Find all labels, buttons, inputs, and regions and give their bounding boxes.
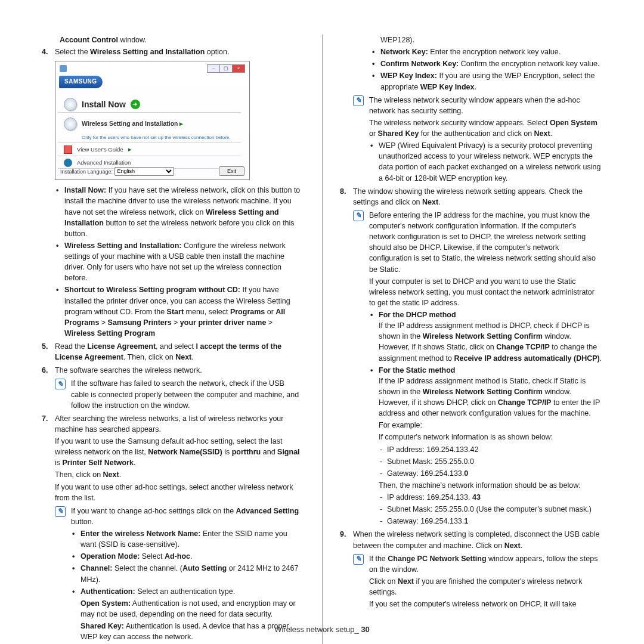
step-5-number: 5.: [42, 341, 48, 352]
note-step9: ✎ If the Change PC Network Setting windo…: [353, 553, 602, 610]
note-step6-text: If the software has failed to search the…: [71, 379, 299, 409]
noteC1: If the Change PC Network Setting window …: [369, 553, 602, 575]
step-list-right: 8. The window showing the wireless netwo…: [340, 186, 602, 610]
step-4-number: 4.: [42, 47, 48, 57]
right-column: WEP128). Network Key: Enter the encrypti…: [328, 35, 602, 644]
row-guide[interactable]: View User's Guide ▸: [58, 143, 241, 156]
noteA-bullets: WEP (Wired Equivalent Privacy) is a secu…: [369, 140, 602, 184]
comp-gw: Gateway: 169.254.133.0: [379, 468, 602, 479]
confirm-network-key: Confirm Network Key: Confirm the encrypt…: [371, 58, 602, 69]
note-icon: ✎: [353, 554, 364, 565]
lang-group: Installation Language: English: [60, 167, 174, 176]
step-5-text: Read the License Agreement, and select I…: [55, 341, 304, 363]
step-9: 9. When the wireless network setting is …: [340, 529, 602, 609]
note-step7: ✎ If you want to change ad-hoc settings …: [55, 506, 304, 644]
dhcp-h: For the DHCP method: [379, 311, 456, 319]
static-method: For the Static method If the IP address …: [369, 365, 602, 527]
step-8: 8. The window showing the wireless netwo…: [340, 186, 602, 527]
noteA1: The wireless network security window app…: [369, 95, 602, 116]
step-6: 6. The software searches the wireless ne…: [42, 365, 304, 411]
page: Account Control window. 4. Select the Wi…: [0, 0, 644, 644]
step-9-number: 9.: [340, 529, 346, 540]
step-5: 5. Read the License Agreement, and selec…: [42, 341, 304, 363]
methods-bullets: For the DHCP method If the IP address as…: [369, 309, 602, 527]
n7-opmode: Operation Mode: Select Ad-hoc.: [71, 551, 304, 562]
noteA2: The wireless network security window app…: [369, 117, 602, 139]
step-7-text-c: Then, click on Next.: [55, 469, 304, 480]
note-step8: ✎ Before entering the IP address for the…: [353, 210, 602, 527]
noteA3: WEP (Wired Equivalent Privacy) is a secu…: [369, 140, 602, 184]
stat-example: For example:: [379, 420, 602, 431]
bullet-wsi: Wireless Setting and Installation: Confi…: [55, 240, 304, 284]
dhcp-desc: If the IP address assignment method is D…: [379, 320, 602, 364]
step-8-text: The window showing the wireless network …: [353, 186, 602, 208]
noteB1: Before entering the IP address for the m…: [369, 210, 602, 275]
network-key: Network Key: Enter the encryption networ…: [371, 47, 602, 57]
installer-footer: Installation Language: English Exit: [60, 166, 244, 176]
globe-icon: [64, 117, 77, 131]
step-7-text-a: After searching the wireless networks, a…: [55, 413, 304, 435]
n7-enter-name: Enter the wireless Network Name: Enter t…: [71, 528, 304, 550]
right-keys-bullets: Network Key: Enter the encryption networ…: [340, 47, 602, 92]
account-control-line: Account Control window.: [42, 35, 304, 45]
columns: Account Control window. 4. Select the Wi…: [42, 35, 602, 644]
stat-comp-info: If computer's network information is as …: [379, 432, 602, 442]
arrow-right-icon: [131, 100, 140, 109]
exit-button[interactable]: Exit: [219, 166, 244, 176]
step-9-text: When the wireless network setting is com…: [353, 529, 602, 550]
step-7-number: 7.: [42, 413, 48, 424]
left-column: Account Control window. 4. Select the Wi…: [42, 35, 316, 644]
column-divider: [322, 35, 323, 644]
step-7-text-b: If you want to use the Samsung default a…: [55, 436, 304, 468]
m-mask: Subnet Mask: 255.255.0.0 (Use the comput…: [379, 504, 602, 515]
flag-icon-2: ▸: [128, 145, 132, 154]
comp-net-list: IP address: 169.254.133.42 Subnet Mask: …: [379, 444, 602, 479]
note-security-window: ✎ The wireless network security window a…: [353, 95, 602, 184]
lang-select[interactable]: English: [114, 167, 174, 176]
wep-key-index: WEP Key Index: If you are using the WEP …: [371, 70, 602, 92]
bullet-install-now: Install Now: If you have set the wireles…: [55, 185, 304, 239]
wsi-label: Wireless Setting and Installation ▸: [82, 119, 183, 129]
stat-machine-info: Then, the machine's network information …: [379, 480, 602, 491]
stat-h: For the Static method: [379, 366, 455, 374]
note-step6: ✎ If the software has failed to search t…: [55, 378, 304, 410]
note-icon: ✎: [55, 506, 66, 517]
window-control-icons: – ▢ ×: [208, 64, 245, 73]
step-6-number: 6.: [42, 365, 48, 376]
dhcp-method: For the DHCP method If the IP address as…: [369, 309, 602, 364]
guide-label: View User's Guide: [77, 145, 123, 154]
footer-title: Wireless network setup: [274, 625, 354, 634]
bullet-shortcut: Shortcut to Wireless Setting program wit…: [55, 284, 304, 339]
note-step7-text: If you want to change ad-hoc settings cl…: [71, 506, 304, 527]
row-wsi[interactable]: Wireless Setting and Installation ▸: [58, 113, 241, 132]
step-4-text: Select the Wireless Setting and Installa…: [55, 47, 304, 57]
close-icon[interactable]: ×: [232, 64, 245, 73]
row-install-now[interactable]: Install Now: [58, 95, 241, 113]
step-7: 7. After searching the wireless networks…: [42, 413, 304, 644]
wsi-subtitle: Only for the users who have not set up t…: [82, 134, 230, 141]
wep128-cont: WEP128).: [340, 35, 602, 45]
step-4: 4. Select the Wireless Setting and Insta…: [42, 47, 304, 339]
cd-icon: [64, 98, 77, 111]
book-icon: [64, 145, 72, 154]
note-icon: ✎: [353, 95, 364, 106]
note-icon: ✎: [55, 379, 66, 389]
flag-icon: ▸: [179, 120, 183, 127]
m-ip: IP address: 169.254.133. 43: [379, 492, 602, 503]
installer-screenshot: – ▢ × SAMSUNG Install Now: [55, 61, 250, 180]
install-now-label: Install Now: [82, 98, 126, 110]
comp-mask: Subnet Mask: 255.255.0.0: [379, 456, 602, 467]
step-6-text: The software searches the wireless netwo…: [55, 365, 304, 376]
minimize-icon[interactable]: –: [207, 64, 220, 73]
samsung-logo: SAMSUNG: [59, 76, 103, 88]
step-8-number: 8.: [340, 186, 346, 197]
stat-desc: If the IP address assignment method is S…: [379, 376, 602, 419]
note-icon: ✎: [353, 210, 364, 221]
page-number: 30: [361, 625, 369, 634]
maximize-icon[interactable]: ▢: [219, 64, 233, 73]
advanced-label: Advanced Installation: [77, 159, 131, 167]
step4-bullets: Install Now: If you have set the wireles…: [55, 185, 304, 339]
machine-net-list: IP address: 169.254.133. 43 Subnet Mask:…: [379, 492, 602, 527]
window-titlebar: – ▢ ×: [58, 64, 247, 73]
page-footer: Wireless network setup_ 30: [0, 624, 644, 636]
